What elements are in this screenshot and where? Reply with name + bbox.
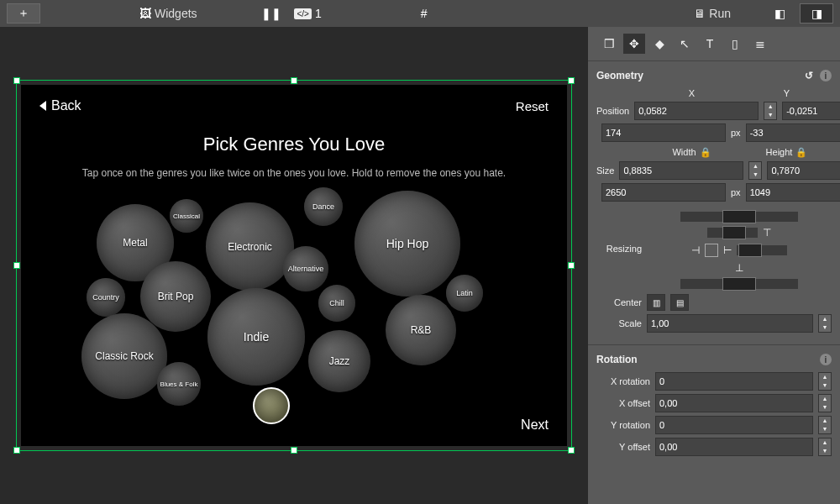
page-title: Pick Genres You Love — [39, 134, 549, 155]
chevron-left-icon — [39, 101, 46, 111]
genre-bubbles: Classical Metal Electronic Dance Hip Hop… — [39, 187, 549, 423]
device-icon[interactable]: ▯ — [724, 34, 746, 54]
monitor-icon: 🖥 — [694, 7, 706, 20]
size-w-spinner[interactable]: ▲▼ — [748, 161, 762, 180]
y-offset-input[interactable] — [655, 438, 813, 456]
reset-geometry-icon[interactable]: ↺ — [805, 70, 813, 81]
position-label: Position — [596, 106, 629, 116]
y-offset-spinner[interactable]: ▲▼ — [818, 438, 832, 456]
center-h-button[interactable]: ▥ — [647, 294, 665, 311]
genre-bubble[interactable]: Alternative — [283, 246, 328, 291]
genre-bubble[interactable]: Dance — [304, 187, 343, 226]
resize-handle[interactable] — [13, 77, 20, 84]
app-preview: Back Reset Pick Genres You Love Tap once… — [21, 85, 567, 446]
widgets-button[interactable]: 🖼 Widgets — [139, 3, 197, 24]
pause-button[interactable]: ❚❚ — [255, 3, 288, 24]
hash-button[interactable]: # — [407, 3, 441, 24]
x-offset-spinner[interactable]: ▲▼ — [818, 394, 832, 412]
center-label: Center — [596, 297, 642, 307]
resizing-right-slider[interactable] — [737, 245, 787, 255]
properties-panel: ❒ ✥ ◆ ↖ T ▯ ≣ Geometry ↺ i X Y Position — [588, 27, 840, 504]
x-rotation-input[interactable] — [655, 372, 813, 391]
resize-handle[interactable] — [568, 447, 575, 454]
resize-handle[interactable] — [13, 447, 20, 454]
resizing-left-slider[interactable] — [707, 228, 758, 238]
tool-row: ❒ ✥ ◆ ↖ T ▯ ≣ — [588, 27, 840, 60]
size-h-px-input[interactable] — [746, 183, 840, 202]
add-button[interactable]: ＋ — [7, 3, 40, 24]
position-x-spinner[interactable]: ▲▼ — [764, 102, 777, 120]
position-y-input[interactable] — [782, 102, 840, 120]
anchor-left-icon[interactable]: ⊣ — [691, 244, 700, 256]
anchor-center-icon[interactable] — [705, 244, 718, 257]
size-w-px-input[interactable] — [601, 183, 726, 202]
genre-bubble[interactable]: Brit Pop — [140, 261, 211, 332]
genre-bubble[interactable]: Classical — [170, 199, 203, 233]
cube-icon[interactable]: ❒ — [598, 34, 620, 54]
avatar-bubble[interactable] — [253, 387, 290, 424]
genre-bubble[interactable]: Hip Hop — [354, 191, 460, 297]
resizing-bottom-slider[interactable] — [680, 279, 798, 289]
widgets-label: Widgets — [155, 7, 197, 20]
y-rotation-input[interactable] — [655, 416, 813, 434]
genre-bubble[interactable]: Classic Rock — [81, 313, 167, 399]
x-axis-label: X — [647, 88, 737, 98]
selected-widget[interactable]: Back Reset Pick Genres You Love Tap once… — [21, 85, 567, 446]
x-rotation-spinner[interactable]: ▲▼ — [818, 372, 832, 391]
genre-bubble[interactable]: Electronic — [206, 202, 294, 291]
anchor-right-icon[interactable]: ⊢ — [723, 244, 732, 256]
position-x-px-input[interactable] — [601, 123, 726, 142]
image-icon: 🖼 — [139, 7, 151, 20]
genre-bubble[interactable]: Country — [87, 278, 125, 317]
position-x-input[interactable] — [634, 102, 759, 120]
y-offset-label: Y offset — [596, 442, 650, 452]
genre-bubble[interactable]: Latin — [446, 275, 483, 312]
paint-icon[interactable]: ◆ — [648, 34, 670, 54]
anchor-top-icon[interactable]: ⊤ — [763, 227, 771, 239]
anchor-bottom-icon[interactable]: ⊥ — [735, 262, 743, 274]
scale-input[interactable] — [647, 314, 813, 333]
cursor-icon[interactable]: ↖ — [674, 34, 696, 54]
size-w-input[interactable] — [619, 161, 743, 180]
resize-handle[interactable] — [291, 77, 297, 84]
topbar: ＋ 🖼 Widgets ❚❚ </> 1 # 🖥 Run ◧ ◨ — [0, 0, 840, 27]
x-offset-label: X offset — [596, 398, 650, 408]
resize-handle[interactable] — [568, 262, 575, 269]
move-icon[interactable]: ✥ — [623, 34, 645, 54]
lock-icon[interactable]: 🔒 — [795, 147, 807, 157]
canvas-area[interactable]: Back Reset Pick Genres You Love Tap once… — [0, 27, 588, 504]
text-tool-icon[interactable]: T — [699, 34, 721, 54]
genre-bubble[interactable]: Chill — [318, 285, 355, 322]
size-h-input[interactable] — [767, 161, 840, 180]
resize-handle[interactable] — [568, 77, 575, 84]
genre-bubble[interactable]: Indie — [207, 288, 305, 386]
run-label: Run — [709, 7, 731, 20]
center-v-button[interactable]: ▤ — [670, 294, 689, 311]
x-offset-input[interactable] — [655, 394, 813, 412]
resize-handle[interactable] — [13, 262, 20, 269]
layout-left-button[interactable]: ◧ — [763, 3, 796, 24]
code-count-button[interactable]: </> 1 — [291, 3, 325, 24]
code-icon: </> — [294, 8, 311, 19]
info-icon[interactable]: i — [820, 354, 832, 365]
rotation-title: Rotation — [596, 354, 638, 365]
reset-button[interactable]: Reset — [516, 99, 549, 113]
resize-handle[interactable] — [291, 447, 297, 454]
scale-spinner[interactable]: ▲▼ — [818, 314, 832, 333]
run-button[interactable]: 🖥 Run — [694, 3, 731, 24]
y-rotation-spinner[interactable]: ▲▼ — [818, 416, 832, 434]
next-button[interactable]: Next — [521, 417, 549, 433]
position-y-px-input[interactable] — [746, 123, 840, 142]
back-button[interactable]: Back — [39, 98, 81, 113]
y-axis-label: Y — [742, 88, 832, 98]
lock-icon[interactable]: 🔒 — [700, 147, 711, 157]
genre-bubble[interactable]: Blues & Folk — [157, 362, 201, 406]
layout-right-button[interactable]: ◨ — [800, 3, 833, 24]
genre-bubble[interactable]: Jazz — [308, 330, 370, 392]
geometry-title: Geometry — [596, 70, 643, 81]
info-icon[interactable]: i — [820, 70, 832, 81]
resizing-top-slider[interactable] — [680, 212, 798, 222]
geometry-section: Geometry ↺ i X Y Position ▲▼ ▲▼ px — [588, 60, 840, 344]
genre-bubble[interactable]: R&B — [386, 295, 456, 365]
database-icon[interactable]: ≣ — [749, 34, 771, 54]
